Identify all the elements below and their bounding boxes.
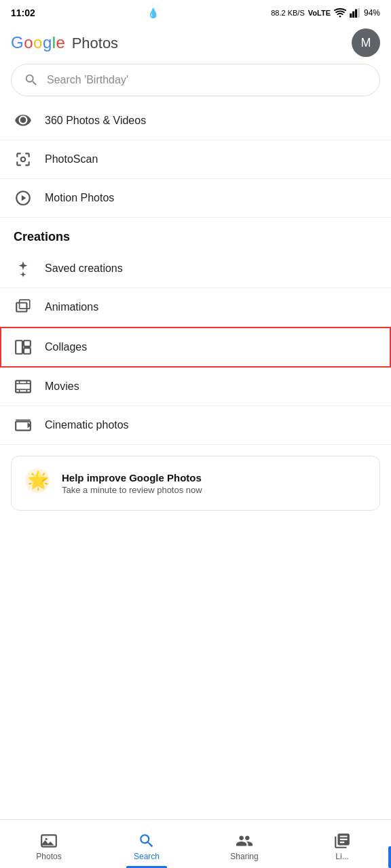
movies-icon (14, 377, 33, 396)
help-card-text: Help improve Google Photos Take a minute… (62, 472, 202, 495)
cinematic-icon (14, 416, 33, 435)
svg-rect-4 (358, 8, 360, 18)
list-item-saved-creations-label: Saved creations (45, 262, 123, 275)
volte-icon: VoLTE (308, 9, 331, 17)
list-item-saved-creations[interactable]: Saved creations (0, 250, 391, 288)
search-icon (24, 73, 39, 87)
bottom-nav: Photos Search Sharing Li... (0, 819, 391, 868)
list-item-motion[interactable]: Motion Photos (0, 179, 391, 218)
collages-icon (14, 338, 33, 357)
list-item-motion-label: Motion Photos (45, 192, 114, 204)
animations-icon (14, 298, 33, 317)
photos-nav-icon (40, 832, 58, 850)
list-item-collages[interactable]: Collages (0, 327, 391, 368)
svg-rect-2 (352, 12, 354, 18)
signal-icon (350, 8, 360, 18)
photoscan-icon (14, 150, 33, 169)
360-icon (14, 111, 33, 130)
network-speed: 88.2 KB/S (271, 9, 305, 17)
nav-item-search[interactable]: Search (98, 820, 196, 868)
list-item-360[interactable]: 360 Photos & Videos (0, 102, 391, 140)
status-drop-icon: 💧 (147, 7, 159, 18)
list-item-animations[interactable]: Animations (0, 288, 391, 327)
list-item-animations-label: Animations (45, 301, 98, 313)
status-time: 11:02 (11, 7, 35, 18)
nav-item-photos[interactable]: Photos (0, 820, 98, 868)
help-icon: 🌟 (24, 467, 51, 499)
svg-rect-7 (20, 300, 30, 309)
app-header: Google Photos M (0, 24, 391, 64)
svg-text:🌟: 🌟 (27, 469, 50, 491)
list-item-movies-label: Movies (45, 380, 79, 393)
sparkle-icon (14, 259, 33, 278)
wifi-icon (334, 8, 346, 18)
svg-rect-9 (24, 340, 31, 347)
help-card[interactable]: 🌟 Help improve Google Photos Take a minu… (11, 456, 380, 511)
search-nav-icon (138, 832, 155, 850)
nav-label-search: Search (134, 852, 160, 861)
avatar[interactable]: M (352, 28, 380, 57)
nav-item-sharing[interactable]: Sharing (196, 820, 293, 868)
list-item-photoscan-label: PhotoScan (45, 153, 98, 165)
nav-label-photos: Photos (36, 852, 61, 861)
list-item-cinematic-label: Cinematic photos (45, 419, 129, 431)
battery: 94% (364, 8, 380, 18)
nav-label-sharing: Sharing (230, 852, 258, 861)
nav-item-library[interactable]: Li... (293, 820, 391, 868)
library-indicator (388, 846, 391, 868)
status-bar: 11:02 💧 88.2 KB/S VoLTE 94% (0, 0, 391, 24)
svg-rect-11 (16, 380, 31, 392)
creations-section-header: Creations (0, 218, 391, 250)
search-bar[interactable]: Search 'Birthday' (11, 64, 380, 96)
google-photos-logo: Google Photos (11, 33, 118, 52)
svg-point-23 (45, 838, 48, 840)
svg-rect-3 (355, 9, 357, 18)
search-placeholder: Search 'Birthday' (47, 74, 128, 86)
svg-point-0 (339, 16, 341, 18)
list-item-360-label: 360 Photos & Videos (45, 115, 146, 127)
help-card-subtitle: Take a minute to review photos now (62, 485, 202, 495)
status-right: 88.2 KB/S VoLTE 94% (271, 8, 380, 18)
list-item-cinematic[interactable]: Cinematic photos (0, 406, 391, 445)
motion-icon (14, 189, 33, 208)
svg-rect-8 (16, 340, 22, 354)
library-nav-icon (333, 832, 351, 850)
svg-rect-1 (350, 14, 352, 18)
svg-rect-6 (16, 303, 26, 312)
list-item-photoscan[interactable]: PhotoScan (0, 140, 391, 179)
list-item-collages-label: Collages (45, 341, 87, 353)
nav-label-library: Li... (335, 852, 348, 861)
help-card-title: Help improve Google Photos (62, 472, 202, 484)
sharing-nav-icon (236, 832, 253, 850)
list-item-movies[interactable]: Movies (0, 368, 391, 406)
svg-rect-10 (24, 348, 31, 354)
